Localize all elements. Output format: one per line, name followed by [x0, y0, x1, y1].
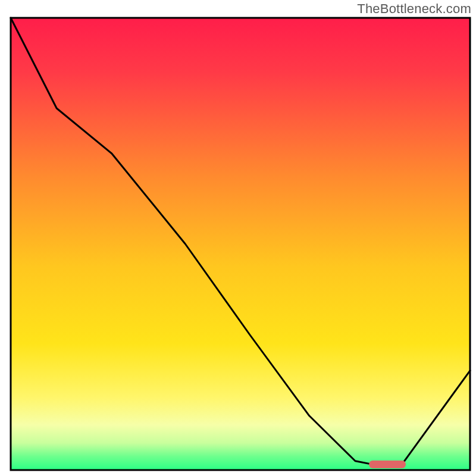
chart-container: TheBottleneck.com [0, 0, 476, 476]
plot-area [11, 18, 470, 470]
watermark-label: TheBottleneck.com [357, 1, 471, 17]
chart-svg [0, 0, 476, 476]
optimal-marker [369, 461, 406, 468]
gradient-background [11, 18, 470, 470]
